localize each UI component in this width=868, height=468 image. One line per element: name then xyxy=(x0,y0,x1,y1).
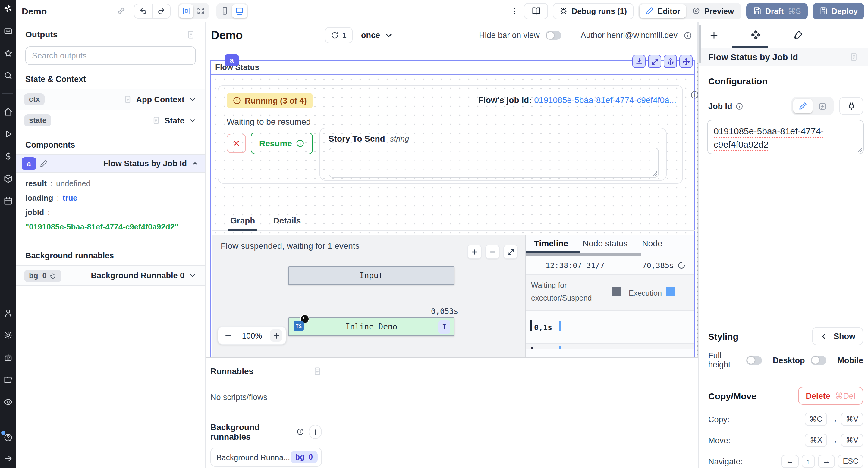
horizontal-scrollbar[interactable] xyxy=(526,253,641,256)
refresh-count-box[interactable]: 1 xyxy=(325,27,352,43)
running-status-badge: Running (3 of 4) xyxy=(227,93,313,108)
bg-runnable-name: Background Runna... xyxy=(216,453,290,462)
star-icon[interactable] xyxy=(3,49,12,58)
tab-graph[interactable]: Graph xyxy=(229,212,256,230)
info-icon[interactable] xyxy=(735,102,743,110)
kbd-cmd-x: ⌘X xyxy=(805,434,827,447)
settings-gear-icon[interactable] xyxy=(3,331,12,340)
resources-cube-icon[interactable] xyxy=(3,174,12,183)
kbd-arrow-right: → xyxy=(818,455,835,468)
help-icon[interactable] xyxy=(3,433,12,442)
docs-book-button[interactable] xyxy=(524,3,548,19)
anchor-icon[interactable] xyxy=(664,55,677,68)
preview-tab[interactable]: Preview xyxy=(686,4,740,18)
workers-icon[interactable] xyxy=(3,353,12,362)
tab-node-status[interactable]: Node status xyxy=(583,238,627,253)
delete-button[interactable]: Delete ⌘Del xyxy=(798,387,863,405)
windmill-logo[interactable] xyxy=(3,4,12,13)
search-outputs-input[interactable] xyxy=(25,46,196,65)
rename-pencil-icon[interactable] xyxy=(40,160,48,167)
bg0-row[interactable]: bg_0 Background Runnable 0 xyxy=(16,265,205,286)
runnables-empty-message: No scripts/flows xyxy=(210,393,322,402)
zoom-in-button[interactable] xyxy=(467,244,482,259)
undo-button[interactable] xyxy=(134,4,152,18)
tab-details[interactable]: Details xyxy=(272,212,302,230)
folders-icon[interactable] xyxy=(3,375,12,384)
edit-title-pencil-icon[interactable] xyxy=(117,7,125,15)
chevron-down-icon[interactable] xyxy=(189,116,196,124)
kebab-menu-icon[interactable] xyxy=(510,6,519,15)
job-id-input[interactable]: 0191085e-5baa-81ef-4774- c9ef4f0a92d2 xyxy=(707,120,864,154)
move-icon[interactable] xyxy=(679,55,692,68)
home-icon[interactable] xyxy=(3,107,12,116)
story-textarea[interactable] xyxy=(329,147,659,178)
chevron-up-icon[interactable] xyxy=(191,160,199,167)
fit-view-button[interactable] xyxy=(503,244,518,259)
component-settings-tab[interactable] xyxy=(747,30,765,40)
state-row[interactable]: state State xyxy=(16,110,205,131)
tab-node-definition[interactable]: Node xyxy=(642,238,662,253)
connect-plug-icon[interactable] xyxy=(839,97,863,115)
styling-tab[interactable] xyxy=(789,30,807,40)
component-id-tag[interactable]: a xyxy=(225,54,239,66)
loading-key: loading xyxy=(25,193,53,202)
zoom-out-button[interactable] xyxy=(485,244,500,259)
refresh-icon xyxy=(331,31,339,39)
deploy-button[interactable]: Deploy xyxy=(812,3,864,19)
show-styling-button[interactable]: Show xyxy=(812,327,863,345)
cancel-button[interactable] xyxy=(227,134,246,153)
info-icon xyxy=(296,139,305,147)
flow-job-id-link[interactable]: 0191085e-5baa-81ef-4774-c9ef4f0a... xyxy=(534,95,676,105)
search-icon[interactable] xyxy=(3,71,12,80)
expand-component-icon[interactable] xyxy=(648,55,661,68)
zoom-minus-button[interactable] xyxy=(222,330,234,341)
graph-node-input[interactable]: Input xyxy=(288,266,455,285)
center-layout-button[interactable] xyxy=(179,4,193,18)
redo-button[interactable] xyxy=(152,4,170,18)
ctx-row[interactable]: ctx App Context xyxy=(16,89,205,110)
info-icon[interactable] xyxy=(296,428,304,436)
variables-dollar-icon[interactable] xyxy=(3,152,12,161)
add-background-runnable-button[interactable] xyxy=(309,425,322,439)
hide-bar-toggle[interactable] xyxy=(546,31,561,40)
audit-eye-icon[interactable] xyxy=(3,398,12,407)
apps-icon[interactable] xyxy=(3,27,12,36)
collapse-arrow-icon[interactable] xyxy=(3,454,12,463)
background-runnable-item[interactable]: Background Runna... bg_0 xyxy=(210,447,322,467)
desktop-view-button[interactable] xyxy=(232,4,247,18)
zoom-plus-button[interactable] xyxy=(270,330,282,341)
kbd-arrow-left: ← xyxy=(781,455,798,468)
function-mode-icon[interactable] xyxy=(812,99,832,113)
schedule-dropdown[interactable]: once xyxy=(361,31,393,40)
runs-play-icon[interactable] xyxy=(3,130,12,138)
panel-doc-icon[interactable] xyxy=(313,367,322,375)
component-output-values: result:undefined loading:true jobId: "01… xyxy=(16,173,205,240)
resize-grip-icon[interactable] xyxy=(857,147,862,153)
mobile-view-button[interactable] xyxy=(217,4,232,18)
chevron-down-icon[interactable] xyxy=(189,96,196,103)
panel-doc-icon[interactable] xyxy=(849,53,858,61)
component-row-a[interactable]: a Flow Status by Job Id xyxy=(16,154,205,173)
insert-component-tab[interactable] xyxy=(705,30,723,40)
resize-grip-icon[interactable] xyxy=(652,171,657,176)
panel-doc-icon[interactable] xyxy=(186,30,195,39)
draft-button[interactable]: Draft ⌘S xyxy=(746,3,807,19)
execution-tick xyxy=(559,346,561,349)
pull-down-icon[interactable] xyxy=(632,55,646,68)
expand-layout-button[interactable] xyxy=(193,4,208,18)
debug-runs-button[interactable]: Debug runs (1) xyxy=(553,3,633,19)
desktop-toggle[interactable] xyxy=(811,356,827,365)
zoom-level: 100% xyxy=(242,331,262,340)
state-context-title: State & Context xyxy=(25,75,195,84)
static-mode-pencil-icon[interactable] xyxy=(793,99,812,113)
resume-button[interactable]: Resume xyxy=(251,133,313,154)
editor-tab[interactable]: Editor xyxy=(640,4,686,18)
chevron-down-icon[interactable] xyxy=(189,272,196,279)
full-height-toggle[interactable] xyxy=(746,356,762,365)
info-icon[interactable] xyxy=(684,31,692,39)
runnables-title: Runnables xyxy=(210,366,253,376)
user-icon[interactable] xyxy=(3,308,12,317)
graph-node-inline-deno[interactable]: TS Inline Deno I xyxy=(288,317,455,336)
typescript-icon: TS xyxy=(293,321,304,331)
schedules-calendar-icon[interactable] xyxy=(3,196,12,205)
